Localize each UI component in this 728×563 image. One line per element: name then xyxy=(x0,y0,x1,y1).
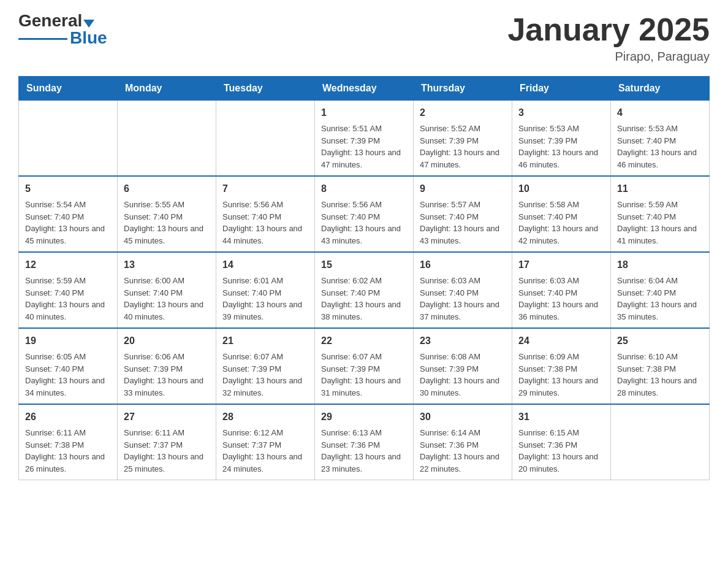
calendar-cell: 22Sunrise: 6:07 AMSunset: 7:39 PMDayligh… xyxy=(315,328,414,404)
calendar-cell: 7Sunrise: 5:56 AMSunset: 7:40 PMDaylight… xyxy=(216,176,315,252)
day-number: 21 xyxy=(222,334,308,348)
calendar-cell: 3Sunrise: 5:53 AMSunset: 7:39 PMDaylight… xyxy=(512,101,611,177)
day-info: Sunrise: 6:00 AMSunset: 7:40 PMDaylight:… xyxy=(124,275,210,323)
col-header-thursday: Thursday xyxy=(414,77,512,101)
calendar-cell xyxy=(216,101,315,177)
calendar-cell: 9Sunrise: 5:57 AMSunset: 7:40 PMDaylight… xyxy=(414,176,512,252)
day-number: 31 xyxy=(518,410,604,424)
day-info: Sunrise: 5:56 AMSunset: 7:40 PMDaylight:… xyxy=(321,199,407,247)
day-info: Sunrise: 5:51 AMSunset: 7:39 PMDaylight:… xyxy=(321,123,407,170)
day-number: 16 xyxy=(420,258,506,272)
day-number: 28 xyxy=(222,410,308,424)
day-number: 12 xyxy=(25,258,111,272)
day-info: Sunrise: 6:11 AMSunset: 7:37 PMDaylight:… xyxy=(124,427,210,475)
day-info: Sunrise: 5:59 AMSunset: 7:40 PMDaylight:… xyxy=(617,199,703,247)
calendar-cell: 23Sunrise: 6:08 AMSunset: 7:39 PMDayligh… xyxy=(414,328,512,404)
calendar-cell: 31Sunrise: 6:15 AMSunset: 7:36 PMDayligh… xyxy=(512,404,611,480)
day-number: 1 xyxy=(321,105,407,120)
day-number: 22 xyxy=(321,334,407,348)
calendar-cell xyxy=(118,101,216,177)
day-number: 11 xyxy=(617,182,703,196)
day-number: 19 xyxy=(25,334,111,348)
day-info: Sunrise: 5:56 AMSunset: 7:40 PMDaylight:… xyxy=(222,199,308,247)
calendar-cell: 29Sunrise: 6:13 AMSunset: 7:36 PMDayligh… xyxy=(315,404,414,480)
calendar-cell: 16Sunrise: 6:03 AMSunset: 7:40 PMDayligh… xyxy=(414,252,512,328)
day-number: 25 xyxy=(617,334,703,348)
calendar-cell: 11Sunrise: 5:59 AMSunset: 7:40 PMDayligh… xyxy=(611,176,710,252)
day-number: 24 xyxy=(518,334,604,348)
day-info: Sunrise: 5:53 AMSunset: 7:39 PMDaylight:… xyxy=(518,123,604,170)
col-header-wednesday: Wednesday xyxy=(315,77,414,101)
calendar-cell: 14Sunrise: 6:01 AMSunset: 7:40 PMDayligh… xyxy=(216,252,315,328)
day-number: 15 xyxy=(321,258,407,272)
calendar-cell: 10Sunrise: 5:58 AMSunset: 7:40 PMDayligh… xyxy=(512,176,611,252)
day-number: 4 xyxy=(617,105,703,120)
calendar-cell: 2Sunrise: 5:52 AMSunset: 7:39 PMDaylight… xyxy=(414,101,512,177)
calendar-week-row: 1Sunrise: 5:51 AMSunset: 7:39 PMDaylight… xyxy=(19,101,710,177)
day-number: 9 xyxy=(420,182,506,196)
day-number: 14 xyxy=(222,258,308,272)
day-number: 6 xyxy=(124,182,210,196)
day-info: Sunrise: 6:03 AMSunset: 7:40 PMDaylight:… xyxy=(420,275,506,323)
day-number: 30 xyxy=(420,410,506,424)
col-header-friday: Friday xyxy=(512,77,611,101)
day-info: Sunrise: 6:07 AMSunset: 7:39 PMDaylight:… xyxy=(321,351,407,399)
calendar-cell: 13Sunrise: 6:00 AMSunset: 7:40 PMDayligh… xyxy=(118,252,216,328)
day-info: Sunrise: 6:04 AMSunset: 7:40 PMDaylight:… xyxy=(617,275,703,323)
day-info: Sunrise: 6:02 AMSunset: 7:40 PMDaylight:… xyxy=(321,275,407,323)
day-info: Sunrise: 5:59 AMSunset: 7:40 PMDaylight:… xyxy=(25,275,111,323)
day-number: 29 xyxy=(321,410,407,424)
day-info: Sunrise: 5:57 AMSunset: 7:40 PMDaylight:… xyxy=(420,199,506,247)
day-info: Sunrise: 6:10 AMSunset: 7:38 PMDaylight:… xyxy=(617,351,703,399)
day-number: 3 xyxy=(518,105,604,120)
calendar-cell: 17Sunrise: 6:03 AMSunset: 7:40 PMDayligh… xyxy=(512,252,611,328)
calendar-cell: 18Sunrise: 6:04 AMSunset: 7:40 PMDayligh… xyxy=(611,252,710,328)
day-info: Sunrise: 6:01 AMSunset: 7:40 PMDaylight:… xyxy=(222,275,308,323)
calendar-cell: 12Sunrise: 5:59 AMSunset: 7:40 PMDayligh… xyxy=(19,252,118,328)
calendar-cell: 8Sunrise: 5:56 AMSunset: 7:40 PMDaylight… xyxy=(315,176,414,252)
day-info: Sunrise: 5:54 AMSunset: 7:40 PMDaylight:… xyxy=(25,199,111,247)
calendar-week-row: 19Sunrise: 6:05 AMSunset: 7:40 PMDayligh… xyxy=(19,328,710,404)
day-info: Sunrise: 6:11 AMSunset: 7:38 PMDaylight:… xyxy=(25,427,111,475)
day-info: Sunrise: 6:14 AMSunset: 7:36 PMDaylight:… xyxy=(420,427,506,475)
day-info: Sunrise: 6:05 AMSunset: 7:40 PMDaylight:… xyxy=(25,351,111,399)
day-number: 10 xyxy=(518,182,604,196)
calendar-cell: 30Sunrise: 6:14 AMSunset: 7:36 PMDayligh… xyxy=(414,404,512,480)
day-info: Sunrise: 5:52 AMSunset: 7:39 PMDaylight:… xyxy=(420,123,506,170)
day-info: Sunrise: 5:58 AMSunset: 7:40 PMDaylight:… xyxy=(518,199,604,247)
calendar-week-row: 12Sunrise: 5:59 AMSunset: 7:40 PMDayligh… xyxy=(19,252,710,328)
logo: General Blue xyxy=(18,12,107,48)
day-number: 13 xyxy=(124,258,210,272)
calendar-week-row: 26Sunrise: 6:11 AMSunset: 7:38 PMDayligh… xyxy=(19,404,710,480)
calendar-cell: 24Sunrise: 6:09 AMSunset: 7:38 PMDayligh… xyxy=(512,328,611,404)
calendar-cell: 21Sunrise: 6:07 AMSunset: 7:39 PMDayligh… xyxy=(216,328,315,404)
calendar-cell xyxy=(19,101,118,177)
col-header-sunday: Sunday xyxy=(19,77,118,101)
day-number: 8 xyxy=(321,182,407,196)
logo-text: General xyxy=(18,12,96,29)
calendar-header-row: SundayMondayTuesdayWednesdayThursdayFrid… xyxy=(19,77,710,101)
page-header: General Blue January 2025 Pirapo, Paragu… xyxy=(18,12,710,64)
calendar-week-row: 5Sunrise: 5:54 AMSunset: 7:40 PMDaylight… xyxy=(19,176,710,252)
day-info: Sunrise: 5:53 AMSunset: 7:40 PMDaylight:… xyxy=(617,123,703,170)
day-number: 18 xyxy=(617,258,703,272)
calendar-cell: 28Sunrise: 6:12 AMSunset: 7:37 PMDayligh… xyxy=(216,404,315,480)
day-info: Sunrise: 6:13 AMSunset: 7:36 PMDaylight:… xyxy=(321,427,407,475)
day-info: Sunrise: 6:15 AMSunset: 7:36 PMDaylight:… xyxy=(518,427,604,475)
calendar-cell: 4Sunrise: 5:53 AMSunset: 7:40 PMDaylight… xyxy=(611,101,710,177)
calendar-cell: 15Sunrise: 6:02 AMSunset: 7:40 PMDayligh… xyxy=(315,252,414,328)
calendar-cell: 6Sunrise: 5:55 AMSunset: 7:40 PMDaylight… xyxy=(118,176,216,252)
day-number: 20 xyxy=(124,334,210,348)
day-info: Sunrise: 6:07 AMSunset: 7:39 PMDaylight:… xyxy=(222,351,308,399)
calendar-cell: 25Sunrise: 6:10 AMSunset: 7:38 PMDayligh… xyxy=(611,328,710,404)
day-info: Sunrise: 6:09 AMSunset: 7:38 PMDaylight:… xyxy=(518,351,604,399)
calendar-cell: 26Sunrise: 6:11 AMSunset: 7:38 PMDayligh… xyxy=(19,404,118,480)
col-header-saturday: Saturday xyxy=(611,77,710,101)
day-info: Sunrise: 6:08 AMSunset: 7:39 PMDaylight:… xyxy=(420,351,506,399)
day-info: Sunrise: 6:12 AMSunset: 7:37 PMDaylight:… xyxy=(222,427,308,475)
day-number: 2 xyxy=(420,105,506,120)
calendar-table: SundayMondayTuesdayWednesdayThursdayFrid… xyxy=(18,76,710,480)
calendar-cell: 5Sunrise: 5:54 AMSunset: 7:40 PMDaylight… xyxy=(19,176,118,252)
logo-line xyxy=(18,38,67,40)
month-title: January 2025 xyxy=(507,12,710,47)
